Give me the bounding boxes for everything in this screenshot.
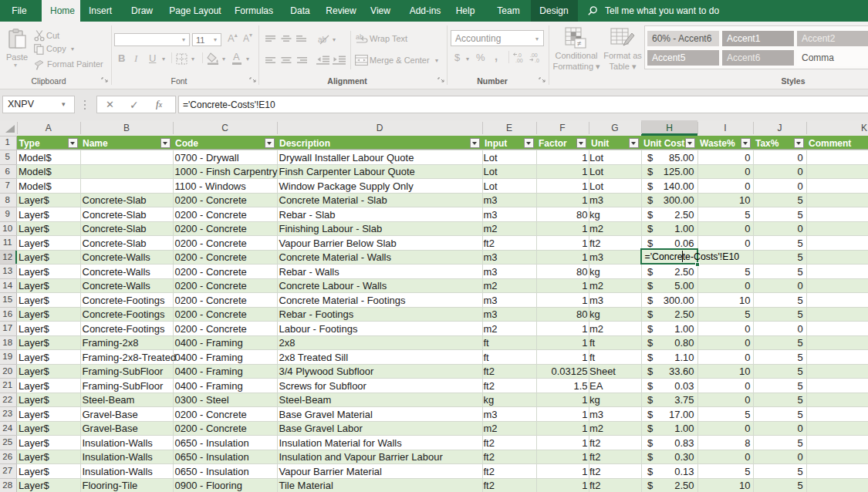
svg-text:ab: ab — [318, 35, 327, 44]
svg-text:.0: .0 — [535, 58, 539, 63]
svg-text:≠: ≠ — [577, 39, 582, 48]
svg-text:.00: .00 — [515, 58, 523, 63]
svg-text:.00: .00 — [530, 52, 538, 58]
svg-text:.0: .0 — [517, 52, 522, 58]
